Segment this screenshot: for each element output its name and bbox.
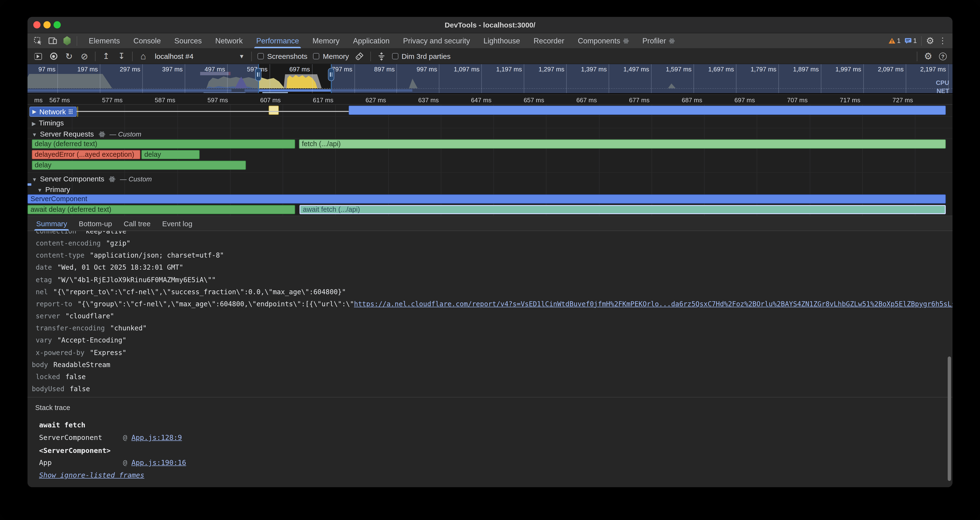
track-timings-label[interactable]: ▶Timings [32, 119, 64, 127]
history-dropdown[interactable]: localhost #4 ▼ [154, 52, 245, 60]
track-drag-grip-icon[interactable] [69, 109, 73, 114]
settings-gear-icon[interactable]: ⚙ [926, 36, 934, 45]
ruler-tick-label: 687 ms [682, 97, 702, 104]
header-value: "chunked" [110, 324, 147, 332]
overview-tick-line [778, 64, 779, 93]
selection-left-handle[interactable] [255, 68, 261, 81]
record-and-reload-icon[interactable]: ↻ [64, 51, 74, 62]
header-row: bodyReadableStream [32, 361, 110, 368]
toolbar-separator [95, 51, 95, 61]
overview-tick-label: 1,397 ms [581, 65, 607, 73]
memory-checkbox[interactable] [313, 53, 320, 59]
timeline-event-bar[interactable]: fetch (.../api) [299, 139, 945, 149]
report-to-url-link[interactable]: https://a.nel.cloudflare.com/report/v4?s… [354, 300, 953, 308]
overview-tick-line [609, 64, 609, 93]
show-ignore-listed-frames-link[interactable]: Show ignore-listed frames [39, 471, 145, 479]
inspect-element-icon[interactable] [33, 36, 43, 46]
tab-application[interactable]: Application [346, 33, 396, 48]
timeline-event-bar-selected[interactable]: await fetch (.../api) [299, 205, 945, 214]
tab-console[interactable]: Console [127, 33, 168, 48]
overview-tick-label: 1,097 ms [454, 65, 480, 73]
toolbar-separator [370, 51, 371, 61]
timeline-event-bar[interactable]: delay (deferred text) [32, 139, 295, 149]
bottom-tab-call-tree[interactable]: Call tree [118, 216, 156, 231]
performance-toolbar: ↻ ⊘ ↥ ↧ ⌂ localhost #4 ▼ Screenshots Mem… [27, 49, 953, 64]
collapse-arrow-icon[interactable]: ▼ [32, 177, 37, 182]
header-row: transfer-encoding"chunked" [36, 324, 146, 332]
bottom-tab-summary[interactable]: Summary [30, 216, 73, 231]
tab-components[interactable]: Components [571, 33, 636, 48]
dim-3rd-parties-checkbox-group: Dim 3rd parties [392, 52, 450, 60]
help-icon[interactable]: ? [939, 52, 947, 60]
collect-garbage-icon[interactable] [355, 51, 364, 62]
track-server-components-label[interactable]: ▼Server Components — Custom [32, 175, 152, 183]
devtools-window: DevTools - localhost:3000/ ElementsConso… [27, 17, 953, 487]
warnings-indicator[interactable]: 1 [888, 37, 900, 45]
tab-profiler[interactable]: Profiler [636, 33, 681, 48]
load-profile-icon[interactable]: ↥ [101, 51, 111, 62]
screenshots-checkbox[interactable] [258, 53, 264, 59]
kebab-menu-icon[interactable]: ⋮ [939, 37, 947, 45]
collapse-arrow-icon[interactable]: ▼ [37, 187, 43, 193]
source-location-link[interactable]: App.js:190:16 [131, 459, 186, 466]
clear-icon[interactable]: ⊘ [80, 51, 89, 62]
tab-elements[interactable]: Elements [82, 33, 127, 48]
overview-tick-label: 97 ms [38, 65, 56, 73]
save-profile-icon[interactable]: ↧ [117, 51, 126, 62]
timeline-event-bar[interactable]: delayedError (...ayed exception) [32, 150, 140, 159]
timeline-event-bar[interactable]: await delay (deferred text) [27, 205, 295, 214]
collapse-arrow-icon[interactable]: ▼ [32, 132, 37, 137]
toggle-sidebar-icon[interactable] [33, 51, 43, 62]
panel-icons [27, 33, 82, 48]
tab-sources[interactable]: Sources [168, 33, 208, 48]
capture-settings-gear-icon[interactable]: ⚙ [924, 52, 932, 61]
timeline-event-bar[interactable]: delay [141, 150, 200, 159]
header-row: vary"Accept-Encoding" [36, 336, 126, 344]
collapse-arrow-icon[interactable]: ▶ [32, 121, 36, 126]
tab-performance[interactable]: Performance [249, 33, 305, 48]
summary-scrollbar-thumb[interactable] [948, 356, 951, 481]
track-network-label[interactable]: ▶ Network [29, 107, 77, 117]
issues-indicator[interactable]: 1 [905, 37, 917, 45]
timeline-event-bar[interactable]: delay [32, 161, 246, 170]
track-primary-group-label[interactable]: ▼Primary [37, 185, 70, 194]
overview-tick-line [821, 64, 821, 93]
live-metrics-home-icon[interactable]: ⌂ [138, 51, 148, 62]
dim-3rd-parties-label: Dim 3rd parties [401, 52, 450, 60]
ruler-tick-label: 677 ms [629, 97, 649, 104]
dim-3rd-parties-checkbox[interactable] [392, 53, 398, 59]
tab-memory[interactable]: Memory [306, 33, 346, 48]
timeline-event-bar[interactable] [348, 106, 945, 115]
source-location-link[interactable]: App.js:128:9 [131, 434, 182, 441]
record-icon[interactable] [49, 51, 58, 62]
overview-tick-line [524, 64, 524, 93]
ruler-tick-label: 657 ms [523, 97, 544, 104]
memory-label: Memory [323, 52, 349, 60]
bottom-tab-bottom-up[interactable]: Bottom-up [73, 216, 118, 231]
device-toolbar-icon[interactable] [48, 36, 57, 46]
header-row: bodyUsedfalse [32, 385, 90, 393]
overview-tick-line [269, 64, 270, 93]
ruler-tick-label: 697 ms [734, 97, 755, 104]
react-atom-icon [109, 176, 116, 182]
compress-track-icon[interactable] [376, 51, 386, 62]
timeline-event-bar[interactable] [268, 106, 279, 115]
overview-tick-label: 697 ms [290, 65, 310, 73]
tab-network[interactable]: Network [208, 33, 250, 48]
extension-gem-icon[interactable] [62, 36, 72, 46]
track-server-requests-label[interactable]: ▼Server Requests — Custom [32, 130, 141, 138]
overview-tick-line [397, 64, 397, 93]
timeline-event-bar[interactable]: ServerComponent [27, 194, 945, 204]
timeline-overview[interactable]: 97 ms197 ms297 ms397 ms497 ms597 ms697 m… [27, 64, 953, 94]
header-key: body [32, 361, 48, 368]
collapse-arrow-icon[interactable]: ▶ [32, 108, 37, 115]
tab-recorder[interactable]: Recorder [527, 33, 571, 48]
overview-tick-label: 797 ms [332, 65, 352, 73]
bottom-tab-event-log[interactable]: Event log [156, 216, 198, 231]
selection-right-handle[interactable] [328, 68, 334, 81]
header-row: content-type"application/json; charset=u… [36, 251, 224, 259]
tab-privacy-and-security[interactable]: Privacy and security [396, 33, 477, 48]
tab-lighthouse[interactable]: Lighthouse [477, 33, 527, 48]
header-key: etag [36, 276, 52, 283]
bottom-tabbar: SummaryBottom-upCall treeEvent log [27, 216, 953, 231]
